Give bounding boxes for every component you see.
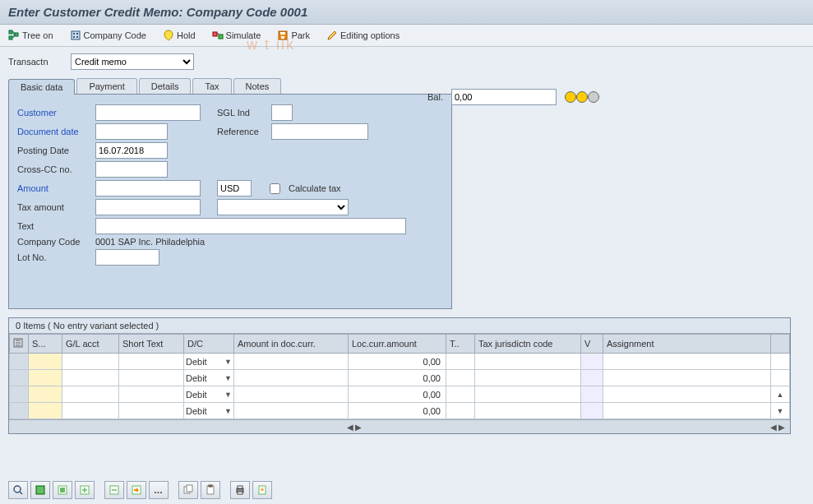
cell-gl[interactable] [62,386,119,403]
hold-button[interactable]: Hold [159,28,199,43]
cell-s[interactable] [29,370,62,386]
print-button[interactable] [230,481,250,499]
cell-dc[interactable]: Debit▼ [184,354,234,370]
more-button[interactable]: … [149,481,169,499]
col-v[interactable]: V [581,335,603,354]
cell-asg[interactable] [603,386,771,403]
reference-input[interactable] [271,123,368,140]
dropdown-icon[interactable]: ▼ [224,358,232,366]
tab-details[interactable]: Details [139,78,192,94]
tab-basic-data[interactable]: Basic data [8,79,75,95]
cell-amt-doc[interactable] [234,370,349,386]
cell-amt-loc[interactable]: 0,00 [349,403,446,419]
customer-label[interactable]: Customer [17,108,95,118]
cell-amt-loc[interactable]: 0,00 [349,370,446,386]
sgl-ind-input[interactable] [271,104,293,121]
park-button[interactable]: Park [274,28,313,43]
col-assignment[interactable]: Assignment [603,335,771,354]
cell-tj[interactable] [475,403,581,419]
cell-s[interactable] [29,403,62,419]
lot-no-input[interactable] [95,249,159,266]
cell-amt-doc[interactable] [234,354,349,370]
details-button[interactable] [8,481,28,499]
cell-dc[interactable]: Debit▼ [184,370,234,386]
dropdown-icon[interactable]: ▼ [224,374,232,382]
cell-amt-doc[interactable] [234,386,349,403]
transactn-select[interactable]: Credit memo [71,53,194,70]
cell-v[interactable] [581,354,603,370]
cell-s[interactable] [29,386,62,403]
col-amount-doc[interactable]: Amount in doc.curr. [234,335,349,354]
calculate-tax-checkbox[interactable] [270,183,280,194]
select-all-button[interactable] [30,481,50,499]
cell-gl[interactable] [62,370,119,386]
cell-amt-doc[interactable] [234,403,349,419]
customer-input[interactable] [95,104,201,121]
scroll-left2-icon[interactable]: ◀ [770,423,777,432]
cell-asg[interactable] [603,403,771,419]
cell-gl[interactable] [62,354,119,370]
col-dc[interactable]: D/C [184,335,234,354]
copy-button[interactable] [178,481,198,499]
grid-hscroll[interactable]: ◀▶ ◀▶ [9,419,790,433]
config-col-icon[interactable] [10,335,29,354]
cell-short[interactable] [119,370,184,386]
cross-cc-input[interactable] [95,161,168,178]
col-short-text[interactable]: Short Text [119,335,184,354]
tree-on-button[interactable]: Tree on [5,28,57,43]
cell-v[interactable] [581,386,603,403]
copy-lines-button[interactable] [127,481,146,499]
cell-t[interactable] [446,386,475,403]
amount-input[interactable] [95,180,201,197]
vscroll-up[interactable]: ▲ [771,386,790,403]
vscroll-down[interactable]: ▼ [771,403,790,419]
col-s[interactable]: S... [29,335,62,354]
cell-t[interactable] [446,370,475,386]
cell-short[interactable] [119,403,184,419]
row-selector[interactable] [10,370,29,386]
tax-amount-input[interactable] [95,199,201,215]
col-gl-acct[interactable]: G/L acct [62,335,119,354]
cell-t[interactable] [446,354,475,370]
cell-short[interactable] [119,386,184,403]
posting-date-input[interactable] [95,142,168,159]
tax-code-select[interactable] [217,199,349,215]
amount-label[interactable]: Amount [17,183,95,193]
cell-amt-loc[interactable]: 0,00 [349,354,446,370]
tab-notes[interactable]: Notes [233,78,282,94]
text-input[interactable] [95,218,406,234]
scroll-left-icon[interactable]: ◀ [347,423,353,432]
document-date-label[interactable]: Document date [17,127,95,136]
insert-line-button[interactable] [75,481,95,499]
tab-tax[interactable]: Tax [192,78,231,94]
paste-button[interactable] [201,481,220,499]
delete-line-button[interactable] [104,481,124,499]
col-tax-jur[interactable]: Tax jurisdictn code [475,335,581,354]
simulate-button[interactable]: Simulate [209,28,265,43]
editing-options-button[interactable]: Editing options [323,28,403,43]
cell-asg[interactable] [603,354,771,370]
dropdown-icon[interactable]: ▼ [224,407,232,415]
cell-dc[interactable]: Debit▼ [184,386,234,403]
cell-t[interactable] [446,403,475,419]
cell-asg[interactable] [603,370,771,386]
cell-v[interactable] [581,370,603,386]
document-date-input[interactable] [95,123,168,140]
cell-v[interactable] [581,403,603,419]
scroll-right-icon[interactable]: ▶ [355,423,362,432]
cell-tj[interactable] [475,386,581,403]
export-button[interactable] [252,481,272,499]
cell-dc[interactable]: Debit▼ [184,403,234,419]
deselect-all-button[interactable] [53,481,72,499]
row-selector[interactable] [10,354,29,370]
row-selector[interactable] [10,403,29,419]
company-code-button[interactable]: Company Code [67,28,150,43]
tab-payment[interactable]: Payment [76,78,136,94]
dropdown-icon[interactable]: ▼ [224,391,232,399]
col-t[interactable]: T.. [446,335,475,354]
cell-short[interactable] [119,354,184,370]
col-loc-curr[interactable]: Loc.curr.amount [349,335,446,354]
cell-gl[interactable] [62,403,119,419]
row-selector[interactable] [10,386,29,403]
scroll-right2-icon[interactable]: ▶ [778,423,785,432]
